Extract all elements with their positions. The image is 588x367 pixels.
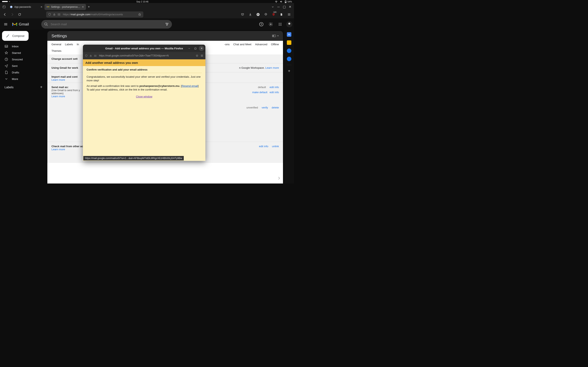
gmail-favicon-icon [47,6,49,8]
document-icon[interactable] [278,12,284,17]
edit-info-link[interactable]: edit info [269,91,279,94]
unlink-link[interactable]: unlink [272,145,279,148]
main-menu-button[interactable] [2,20,10,28]
recent-history-button[interactable] [1,4,7,10]
bookmark-star-icon[interactable] [138,13,141,16]
back-button[interactable] [2,12,8,17]
sidebar-item-label: Sent [12,64,17,67]
svg-rect-8 [59,14,60,14]
calendar-app-icon[interactable]: 31 [287,32,291,37]
tab-offline[interactable]: Offline [271,43,279,48]
contacts-app-icon[interactable] [287,57,291,61]
new-tab-button[interactable]: ＋ [86,4,92,10]
tab-addons-suffix[interactable]: -ons [224,43,229,48]
lock-icon[interactable] [53,13,56,16]
address-bar[interactable]: https://mail.google.com/mail/u/0/#settin… [46,11,143,17]
svg-rect-6 [54,14,55,15]
tabs-dropdown-button[interactable] [270,4,276,10]
close-icon[interactable]: ✕ [40,6,43,8]
popup-maximize-button[interactable]: ▢ [193,46,198,51]
tab-themes[interactable]: Themes [52,49,61,52]
shield-icon[interactable] [48,13,51,16]
popup-titlebar[interactable]: Gmail - Add another email address you ow… [83,45,205,52]
verify-link[interactable]: verify [261,106,268,109]
forward-button[interactable] [9,12,15,17]
tab-app-passwords[interactable]: App passwords ✕ [8,4,44,10]
edit-info-link[interactable]: edit info [269,86,279,89]
tab-settings[interactable]: Settings - poshanpeeroo… ✕ [44,4,86,10]
shield-icon[interactable] [85,54,87,57]
tab-inbox-cut[interactable]: In [77,43,79,48]
search-options-icon[interactable] [165,22,169,26]
lock-icon[interactable] [90,54,92,57]
svg-rect-39 [274,35,274,37]
compose-button[interactable]: Compose [2,31,29,41]
window-maximize-button[interactable]: ▢ [281,4,287,10]
tasks-app-icon[interactable] [287,49,291,53]
status-dot [9,1,10,2]
popup-url[interactable]: https://mail.google.com/mail/u/0/?ui=2&i… [99,54,194,57]
window-minimize-button[interactable]: ─ [276,4,281,10]
extensions-icon[interactable] [263,12,269,17]
close-window-link[interactable]: Close window [136,95,152,98]
svg-rect-45 [201,55,203,55]
make-default-link[interactable]: make default [252,91,267,94]
svg-point-33 [280,25,281,25]
permissions-icon[interactable] [58,13,61,16]
popup-menu-icon[interactable] [200,54,203,57]
right-rail: 31 + [284,30,294,184]
keep-app-icon[interactable] [287,40,291,45]
apps-grid-icon[interactable] [277,21,283,27]
sidebar-item-sent[interactable]: Sent [1,63,46,69]
sidebar-item-drafts[interactable]: Drafts [1,69,46,75]
learn-more-link[interactable]: Learn more [265,66,279,69]
side-panel-toggle[interactable] [276,175,282,181]
settings-gear-icon[interactable] [268,21,274,27]
downloads-icon[interactable] [247,12,253,17]
support-icon[interactable]: ? [258,21,265,27]
ublock-icon[interactable]: 125 [271,12,277,17]
learn-more-link[interactable]: Learn more [52,148,65,151]
add-app-button[interactable]: + [287,69,291,73]
search-box[interactable] [41,20,172,29]
popup-close-button[interactable]: ✕ [199,46,204,51]
inbox-icon [4,44,8,48]
popup-title: Gmail - Add another email address you ow… [105,47,183,50]
edit-info-link[interactable]: edit info [259,145,268,148]
account-avatar[interactable] [286,21,292,27]
close-icon[interactable]: ✕ [82,6,84,8]
pocket-icon[interactable] [240,12,245,17]
tab-general[interactable]: General [52,43,61,48]
learn-more-link[interactable]: Learn more [52,78,65,81]
svg-rect-37 [273,35,273,37]
tab-chat[interactable]: Chat and Meet [233,43,251,48]
svg-point-19 [44,23,47,25]
app-menu-icon[interactable] [286,12,292,17]
permissions-icon[interactable] [94,55,97,57]
svg-point-32 [279,25,279,25]
search-icon[interactable] [44,22,48,26]
sidebar-item-more[interactable]: More [1,76,46,82]
gmail-logo[interactable]: Gmail [12,22,29,26]
popup-minimize-button[interactable]: ─ [187,46,192,51]
sidebar-item-inbox[interactable]: Inbox [1,43,46,49]
tab-advanced[interactable]: Advanced [255,43,267,48]
svg-point-9 [58,15,58,15]
sidebar-item-snoozed[interactable]: Snoozed [1,56,46,62]
account-icon[interactable]: P [255,12,261,17]
draft-icon [4,71,8,74]
reload-button[interactable] [17,12,22,17]
add-label-button[interactable]: + [40,85,43,90]
section-label: Send mail as: [52,86,69,89]
svg-rect-2 [285,2,286,3]
tab-labels[interactable]: Labels [65,43,73,48]
window-close-button[interactable]: ✕ [287,4,293,10]
resend-email-link[interactable]: Resend email [182,84,198,87]
bookmark-star-icon[interactable] [196,54,199,57]
clock-icon [4,58,8,61]
search-input[interactable] [51,22,163,26]
learn-more-link[interactable]: Learn more [52,95,65,98]
sidebar-item-starred[interactable]: Starred [1,50,46,56]
input-indicator[interactable]: ▼ [272,35,279,37]
delete-link[interactable]: delete [272,106,279,109]
